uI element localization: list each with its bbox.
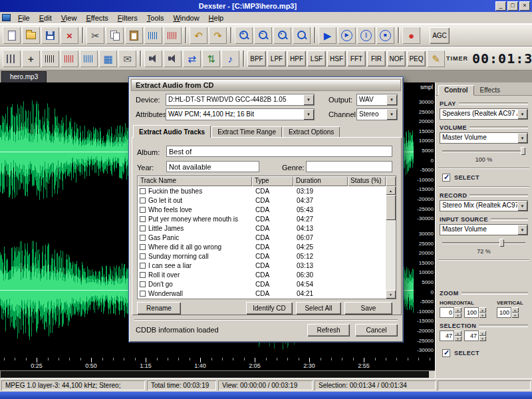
input-source-dropdown[interactable]: Master Volume (440, 224, 528, 235)
mixer-button[interactable] (3, 50, 21, 67)
save-button[interactable]: Save (344, 302, 392, 315)
copy-button[interactable] (106, 27, 124, 44)
waveform-blue-button[interactable] (80, 50, 98, 67)
horizontal-scrollbar[interactable] (0, 370, 435, 378)
scrollbar-thumb[interactable] (1, 371, 429, 378)
device-dropdown[interactable]: D:HL-DT-ST RW/DVD GCC-4482B 1.05 (166, 94, 315, 106)
track-row[interactable]: Where did it all go wrongCDA04:25 (138, 242, 386, 251)
identify-cd-button[interactable]: Identify CD (246, 302, 293, 315)
track-row[interactable]: Don't goCDA04:54 (138, 279, 386, 289)
dialog-title-bar[interactable]: Extract Audio from CD (131, 79, 401, 91)
zoom-h1-value[interactable]: 0 (440, 307, 454, 318)
track-list-scrollbar[interactable] (386, 186, 396, 299)
waveform-red-button[interactable] (61, 50, 78, 67)
menu-item-effects[interactable]: Effects (81, 13, 112, 23)
envelope-button[interactable]: ✉ (118, 50, 136, 67)
menu-item-help[interactable]: Help (204, 13, 229, 23)
spinner-down-icon[interactable] (511, 313, 519, 318)
panel-tab-effects[interactable]: Effects (474, 85, 506, 95)
track-row[interactable]: Who feels loveCDA05:43 (138, 205, 386, 214)
column-header-type[interactable]: Type (252, 176, 293, 186)
speaker-play-button[interactable] (144, 50, 162, 67)
redo-button[interactable]: ↷ (209, 27, 227, 44)
volume-device-dropdown[interactable]: Master Volume (440, 132, 528, 144)
chevron-down-icon[interactable] (517, 133, 527, 143)
chevron-down-icon[interactable] (517, 109, 527, 119)
dialog-tab-2[interactable]: Extract Time Range (211, 126, 282, 138)
track-checkbox[interactable] (140, 207, 146, 213)
zoom-selection-button[interactable]: ▪ (273, 27, 291, 44)
menu-item-edit[interactable]: Edit (35, 13, 57, 23)
menu-item-view[interactable]: View (57, 13, 82, 23)
menu-item-tools[interactable]: Tools (142, 13, 169, 23)
track-row[interactable]: Roll it overCDA06:30 (138, 270, 386, 279)
spinner-down-icon[interactable] (454, 313, 462, 318)
select-checkbox[interactable] (442, 349, 450, 357)
selection-v2-value[interactable]: 47 (464, 331, 479, 341)
timeline-ruler[interactable]: 0:250:501:151:402:052:302:55 (0, 358, 435, 370)
volume-slider-thumb[interactable] (521, 147, 525, 155)
speaker-loop-button[interactable] (164, 50, 182, 67)
grid-view-button[interactable]: ▦ (99, 50, 117, 67)
track-row[interactable]: Gas PanicCDA06:07 (138, 233, 386, 242)
rename-button[interactable]: Rename (137, 302, 181, 315)
open-folder-button[interactable] (22, 27, 40, 44)
track-row[interactable]: Go let it outCDA04:37 (138, 196, 386, 205)
filter-hpf-button[interactable]: HPF (287, 51, 306, 66)
new-file-button[interactable] (3, 27, 21, 44)
spinner-up-icon[interactable] (511, 307, 519, 313)
filter-lsf-button[interactable]: LSF (307, 51, 326, 66)
pause-button[interactable]: ∥ (357, 27, 375, 44)
selection-v1-value[interactable]: 47 (440, 331, 454, 341)
scroll-down-icon[interactable] (386, 290, 396, 299)
panel-tab-control[interactable]: Control (438, 85, 474, 96)
music-note-button[interactable]: ♪ (221, 50, 239, 67)
scroll-up-icon[interactable] (386, 186, 396, 195)
spinner-down-icon[interactable] (479, 336, 486, 341)
menu-item-file[interactable]: File (13, 13, 35, 23)
stop-button[interactable]: ■ (376, 27, 394, 44)
filter-bpf-button[interactable]: BPF (247, 51, 266, 66)
zoom-h2-value[interactable]: 100 (464, 307, 479, 318)
chevron-down-icon[interactable] (386, 109, 397, 120)
zoom-in-button[interactable]: + (235, 27, 253, 44)
genre-input[interactable] (306, 161, 392, 172)
swap-channels-button[interactable]: ⇄ (183, 50, 201, 67)
agc-button[interactable]: AGC (430, 27, 450, 44)
undo-button[interactable]: ↶ (190, 27, 207, 44)
input-source-slider-thumb[interactable] (499, 239, 504, 247)
filter-peq-button[interactable]: PEQ (407, 51, 426, 66)
save-button[interactable] (41, 27, 59, 44)
zoom-out-button[interactable]: − (254, 27, 272, 44)
track-checkbox[interactable] (140, 235, 146, 241)
play-device-dropdown[interactable]: Speakers (Realtek AC97 Au (440, 108, 528, 120)
output-dropdown[interactable]: WAV (356, 94, 398, 106)
spinner-down-icon[interactable] (454, 336, 462, 341)
track-checkbox[interactable] (140, 291, 146, 297)
document-tab[interactable]: hero.mp3 (1, 71, 47, 82)
track-checkbox[interactable] (140, 253, 146, 259)
title-bar[interactable]: Dexster - [C:\MP3\hero.mp3] (0, 0, 532, 12)
dialog-tab-1[interactable]: Extract Audio Tracks (133, 125, 211, 138)
play-selection-button[interactable]: ▶ (338, 27, 356, 44)
filter-nof-button[interactable]: NOF (387, 51, 406, 66)
column-header-status[interactable]: Status (%) (348, 176, 386, 186)
zoom-v1-value[interactable]: 100 (497, 307, 511, 318)
trim-button[interactable] (144, 27, 162, 44)
chevron-down-icon[interactable] (386, 94, 397, 105)
filter-hsf-button[interactable]: HSF (327, 51, 346, 66)
marker-button[interactable]: + (22, 50, 40, 67)
filter-fft-button[interactable]: FFT (347, 51, 366, 66)
track-row[interactable]: WonderwallCDA04:21 (138, 289, 386, 298)
spinner-up-icon[interactable] (479, 331, 486, 336)
menu-item-window[interactable]: Window (168, 13, 203, 23)
column-header-track-name[interactable]: Track Name (138, 176, 252, 186)
filter-lpf-button[interactable]: LPF (267, 51, 286, 66)
play-button[interactable]: ▶ (319, 27, 336, 44)
track-checkbox[interactable] (140, 216, 146, 222)
refresh-button[interactable]: ⇅ (202, 50, 220, 67)
scrollbar-thumb[interactable] (386, 195, 396, 220)
minimize-icon[interactable] (495, 1, 506, 11)
cut-button[interactable]: ✂ (86, 27, 104, 44)
cancel-button[interactable]: Cancel (355, 324, 398, 336)
